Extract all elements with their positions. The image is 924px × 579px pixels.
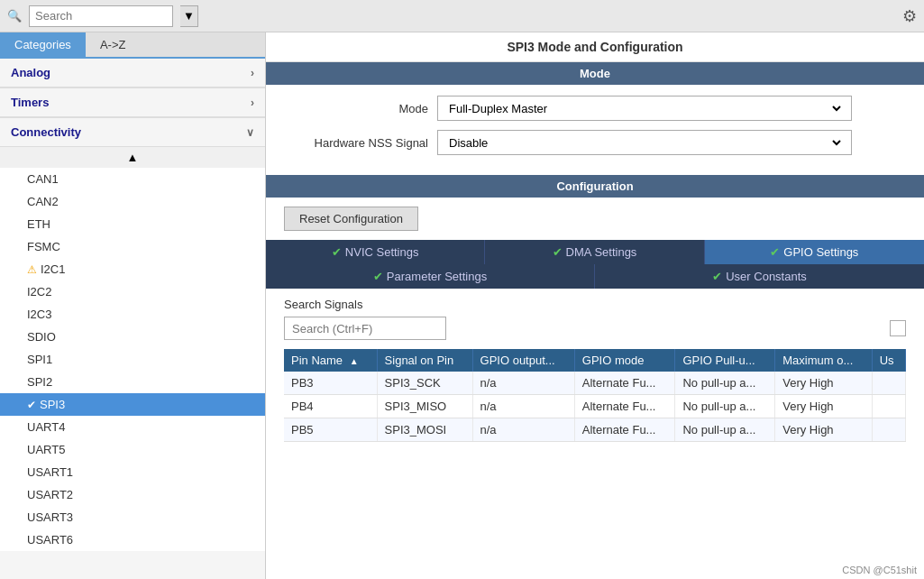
check-icon-spi3: ✔ bbox=[27, 399, 36, 411]
list-item-spi1[interactable]: SPI1 bbox=[0, 348, 265, 371]
col-header-signal-on-pin: Signal on Pin bbox=[377, 349, 472, 372]
user-tab-label: User Constants bbox=[726, 270, 807, 283]
config-tabs-row1: ✔ NVIC Settings ✔ DMA Settings ✔ GPIO Se… bbox=[266, 240, 924, 264]
list-item-spi2[interactable]: SPI2 bbox=[0, 371, 265, 393]
chevron-right-icon: › bbox=[251, 67, 254, 79]
content-area: SPI3 Mode and Configuration Mode Mode Fu… bbox=[266, 32, 924, 579]
list-item-can2[interactable]: CAN2 bbox=[0, 190, 265, 213]
tab-gpio-settings[interactable]: ✔ GPIO Settings bbox=[705, 240, 924, 264]
signals-area: Search Signals Pin Name ▲ Signal on Pin … bbox=[266, 289, 924, 442]
list-item-uart4[interactable]: UART4 bbox=[0, 416, 265, 438]
config-tabs-row2: ✔ Parameter Settings ✔ User Constants bbox=[266, 264, 924, 289]
hardware-nss-select-input[interactable]: Disable bbox=[445, 131, 844, 154]
list-item-i2c1[interactable]: ⚠ I2C1 bbox=[0, 258, 265, 280]
table-row: PB5SPI3_MOSIn/aAlternate Fu...No pull-up… bbox=[284, 418, 906, 442]
table-row: PB4SPI3_MISOn/aAlternate Fu...No pull-up… bbox=[284, 395, 906, 418]
col-header-max-output: Maximum o... bbox=[775, 349, 873, 372]
mode-select-input[interactable]: Full-Duplex Master bbox=[445, 96, 844, 120]
chevron-right-icon-timers: › bbox=[251, 96, 254, 109]
list-item-eth[interactable]: ETH bbox=[0, 213, 265, 235]
mode-section: Mode Mode Full-Duplex Master Hardware NS… bbox=[266, 62, 924, 175]
table-row: PB3SPI3_SCKn/aAlternate Fu...No pull-up … bbox=[284, 372, 906, 395]
hardware-nss-label: Hardware NSS Signal bbox=[284, 136, 428, 150]
sidebar-item-timers[interactable]: Timers › bbox=[0, 88, 265, 117]
chevron-down-icon: ∨ bbox=[246, 126, 254, 139]
gpio-tab-label: GPIO Settings bbox=[783, 245, 858, 259]
mode-select[interactable]: Full-Duplex Master bbox=[437, 96, 852, 121]
signals-search-input[interactable] bbox=[284, 317, 446, 340]
mode-section-body: Mode Full-Duplex Master Hardware NSS Sig… bbox=[266, 85, 924, 175]
col-header-gpio-pull: GPIO Pull-u... bbox=[675, 349, 775, 372]
mode-label: Mode bbox=[284, 102, 428, 115]
config-section: Configuration Reset Configuration ✔ NVIC… bbox=[266, 175, 924, 442]
col-header-us: Us bbox=[872, 349, 905, 372]
tab-nvic-settings[interactable]: ✔ NVIC Settings bbox=[266, 240, 485, 264]
list-item-spi3[interactable]: ✔ SPI3 bbox=[0, 393, 265, 416]
sidebar-item-connectivity[interactable]: Connectivity ∨ bbox=[0, 118, 265, 147]
param-tab-label: Parameter Settings bbox=[387, 270, 487, 283]
mode-section-header: Mode bbox=[266, 62, 924, 85]
list-item-sdio[interactable]: SDIO bbox=[0, 326, 265, 348]
warning-icon-i2c1: ⚠ bbox=[27, 263, 37, 276]
col-header-pin-name: Pin Name ▲ bbox=[284, 349, 377, 372]
signals-label: Search Signals bbox=[284, 298, 906, 311]
category-list: Analog › Timers › Connectivity ∨ ▲ CAN1 … bbox=[0, 59, 265, 579]
tab-categories[interactable]: Categories bbox=[0, 32, 86, 57]
signals-table: Pin Name ▲ Signal on Pin GPIO output... … bbox=[284, 349, 906, 442]
reset-configuration-button[interactable]: Reset Configuration bbox=[284, 207, 418, 231]
list-item-i2c2[interactable]: I2C2 bbox=[0, 280, 265, 303]
list-item-can1[interactable]: CAN1 bbox=[0, 168, 265, 190]
nvic-tab-label: NVIC Settings bbox=[345, 245, 419, 259]
col-header-gpio-output: GPIO output... bbox=[472, 349, 574, 372]
list-item-usart6[interactable]: USART6 bbox=[0, 528, 265, 551]
tab-bar: Categories A->Z bbox=[0, 32, 265, 59]
search-dropdown-button[interactable]: ▼ bbox=[180, 5, 198, 27]
sidebar-item-analog[interactable]: Analog › bbox=[0, 59, 265, 87]
tab-az[interactable]: A->Z bbox=[86, 32, 141, 57]
signals-checkbox[interactable] bbox=[890, 320, 906, 336]
top-bar: 🔍 ▼ ⚙ bbox=[0, 0, 924, 32]
page-title: SPI3 Mode and Configuration bbox=[266, 32, 924, 62]
check-icon-param: ✔ bbox=[373, 270, 383, 283]
sidebar: Categories A->Z Analog › Timers › Connec… bbox=[0, 32, 266, 579]
list-item-usart3[interactable]: USART3 bbox=[0, 506, 265, 528]
connectivity-label: Connectivity bbox=[11, 125, 81, 139]
main-layout: Categories A->Z Analog › Timers › Connec… bbox=[0, 32, 924, 579]
tab-dma-settings[interactable]: ✔ DMA Settings bbox=[485, 240, 704, 264]
watermark: CSDN @C51shit bbox=[842, 565, 917, 575]
scroll-up-button[interactable]: ▲ bbox=[0, 147, 265, 168]
tab-parameter-settings[interactable]: ✔ Parameter Settings bbox=[266, 264, 595, 289]
col-header-gpio-mode: GPIO mode bbox=[574, 349, 675, 372]
dma-tab-label: DMA Settings bbox=[566, 245, 637, 259]
gear-button[interactable]: ⚙ bbox=[902, 6, 917, 26]
search-icon: 🔍 bbox=[7, 9, 22, 23]
hardware-nss-form-row: Hardware NSS Signal Disable bbox=[284, 130, 906, 155]
list-item-uart5[interactable]: UART5 bbox=[0, 438, 265, 461]
list-item-usart2[interactable]: USART2 bbox=[0, 483, 265, 506]
check-icon-gpio: ✔ bbox=[770, 245, 780, 259]
connectivity-sub-list: ▲ CAN1 CAN2 ETH FSMC ⚠ I2C1 I2C2 I2C3 SD… bbox=[0, 147, 265, 551]
list-item-i2c3[interactable]: I2C3 bbox=[0, 303, 265, 326]
list-item-fsmc[interactable]: FSMC bbox=[0, 235, 265, 258]
search-input[interactable] bbox=[29, 5, 173, 27]
list-item-usart1[interactable]: USART1 bbox=[0, 461, 265, 483]
check-icon-nvic: ✔ bbox=[332, 245, 342, 259]
hardware-nss-select[interactable]: Disable bbox=[437, 130, 852, 155]
check-icon-user: ✔ bbox=[712, 270, 722, 283]
timers-label: Timers bbox=[11, 96, 49, 109]
config-section-header: Configuration bbox=[266, 175, 924, 198]
check-icon-dma: ✔ bbox=[553, 245, 563, 259]
tab-user-constants[interactable]: ✔ User Constants bbox=[595, 264, 924, 289]
analog-label: Analog bbox=[11, 66, 50, 79]
mode-form-row: Mode Full-Duplex Master bbox=[284, 96, 906, 121]
